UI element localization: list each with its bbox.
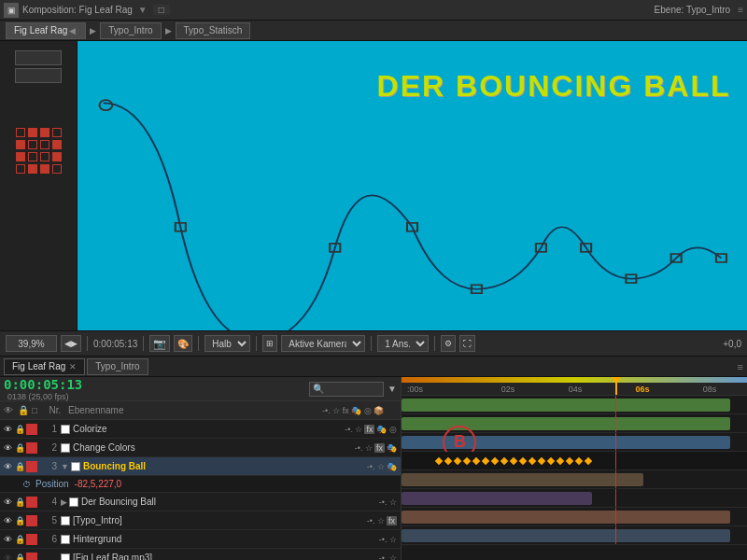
col-nr: Nr.	[46, 405, 64, 415]
comp-label: Komposition: Fig Leaf Rag	[22, 5, 133, 15]
timeline-tab-typo-intro[interactable]: Typo_Intro	[87, 358, 148, 375]
preview-canvas: DER BOUNCING BALL	[78, 41, 747, 330]
playhead[interactable]	[615, 377, 617, 395]
timeline-tabs: Fig Leaf Rag ✕ Typo_Intro ≡	[0, 357, 747, 377]
main-area: DER BOUNCING BALL	[0, 41, 747, 330]
track-ruler: :00s 02s 04s 06s 08s	[402, 377, 747, 396]
camera-icon[interactable]: 📷	[149, 335, 170, 352]
table-row[interactable]: 👁 🔒 [Fig Leaf Rag.mp3] -•. ☆	[0, 549, 401, 560]
track-row	[402, 396, 747, 414]
layer-search[interactable]	[309, 382, 384, 397]
color-pick-btn[interactable]: 🎨	[174, 335, 192, 352]
list-item: ⏱ Position -82,5,227,0	[0, 476, 401, 493]
expand-arrow[interactable]: ▼	[61, 462, 69, 471]
resolution-select[interactable]: 1 Ans...	[377, 335, 429, 352]
timeline-menu[interactable]: ≡	[738, 361, 743, 372]
col-name: Ebenenname	[68, 405, 322, 415]
layer-panel: 0:00:05:13 0138 (25,00 fps) ▼ 👁 🔒 □ Nr. …	[0, 377, 402, 560]
table-row[interactable]: 👁 🔒 1 Colorize -•. ☆ fx 🎭 ◎	[0, 420, 401, 439]
fit-btn[interactable]: ◀▶	[61, 335, 81, 352]
timeline-area: Fig Leaf Rag ✕ Typo_Intro ≡ 0:00:05:13 0…	[0, 357, 747, 560]
layer-label: Ebene: Typo_Intro	[655, 5, 731, 15]
table-row[interactable]: 👁 🔒 5 [Typo_Intro] -•. ☆ fx	[0, 511, 401, 530]
tab-typo-statisch[interactable]: Typo_Statisch	[176, 22, 251, 39]
table-row[interactable]: 👁 🔒 3 ▼ Bouncing Ball -•. ☆ 🎭	[0, 457, 401, 476]
time-display: 0:00:05:13	[93, 339, 137, 349]
timeline-tab-fig-leaf-rag[interactable]: Fig Leaf Rag ✕	[4, 358, 85, 375]
timeline-time[interactable]: 0:00:05:13	[4, 377, 82, 392]
layer-header: 0:00:05:13 0138 (25,00 fps) ▼	[0, 377, 401, 401]
tab-typo-intro[interactable]: Typo_Intro	[100, 22, 161, 39]
ball-path-svg	[78, 41, 747, 330]
left-panel	[0, 41, 78, 330]
zoom-btn[interactable]: 39,9%	[6, 335, 57, 352]
fps-display: 0138 (25,00 fps)	[7, 392, 82, 401]
search-dropdown[interactable]: ▼	[388, 384, 397, 394]
track-row	[402, 508, 747, 526]
top-bar: ▣ Komposition: Fig Leaf Rag ▼ □ Ebene: T…	[0, 0, 747, 21]
track-panel: :00s 02s 04s 06s 08s	[402, 377, 747, 560]
quality-select[interactable]: Halb	[204, 335, 250, 352]
track-rows: B	[402, 396, 747, 545]
comp-tab-bar: Fig Leaf Rag ◀ ▶ Typo_Intro ▶ Typo_Stati…	[0, 21, 747, 41]
preview-toolbar: 39,9% ◀▶ 0:00:05:13 📷 🎨 Halb ⊞ Aktive Ka…	[0, 330, 747, 357]
table-row[interactable]: 👁 🔒 2 Change Colors -•. ☆ fx 🎭	[0, 439, 401, 457]
table-row[interactable]: 👁 🔒 4 ▶ Der Bouncing Ball -•. ☆	[0, 493, 401, 511]
track-row: B	[402, 433, 747, 452]
fullscreen-btn[interactable]: ⛶	[459, 335, 475, 352]
keyframe-grid	[16, 128, 62, 174]
track-row	[402, 526, 747, 545]
track-row	[402, 470, 747, 489]
view-select[interactable]: Aktive Kamera	[281, 335, 365, 352]
layer-columns: 👁 🔒 □ Nr. Ebenenname -•. ☆ fx 🎭 ◎ 📦	[0, 401, 401, 420]
render-btn[interactable]: ⚙	[441, 335, 456, 352]
timeline-content: 0:00:05:13 0138 (25,00 fps) ▼ 👁 🔒 □ Nr. …	[0, 377, 747, 560]
layer-list: 👁 🔒 1 Colorize -•. ☆ fx 🎭 ◎ 👁 🔒	[0, 420, 401, 560]
table-row[interactable]: 👁 🔒 6 Hintergrund -•. ☆	[0, 530, 401, 549]
svg-point-10	[99, 100, 112, 110]
tab-fig-leaf-rag[interactable]: Fig Leaf Rag ◀	[6, 22, 86, 39]
app-icon: ▣	[4, 3, 19, 18]
grid-btn[interactable]: ⊞	[262, 335, 277, 352]
track-row	[402, 489, 747, 508]
track-row	[402, 452, 747, 470]
